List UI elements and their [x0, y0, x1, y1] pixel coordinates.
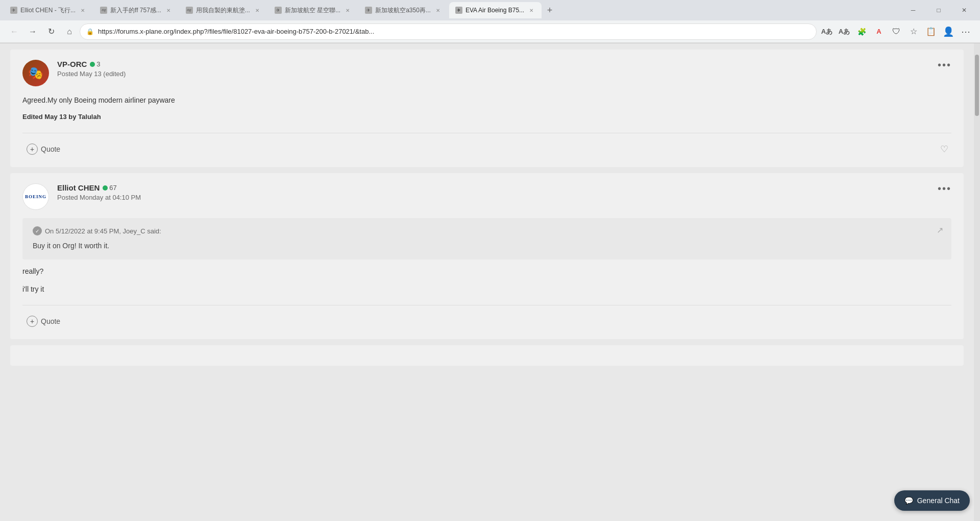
- quote-expand-icon[interactable]: ↗: [937, 225, 943, 235]
- read-aloud-icon[interactable]: Aあ: [819, 23, 835, 40]
- tab-3-favicon: 🛩: [186, 7, 193, 14]
- content-area: 🎭 VP-ORC 3 Posted May 13 (edited) •••: [0, 43, 974, 521]
- tab-4-favicon: ✈: [275, 7, 282, 14]
- collections-icon[interactable]: 📋: [923, 23, 939, 40]
- tab-1-favicon: ✈: [10, 7, 17, 14]
- forward-button[interactable]: →: [24, 23, 41, 40]
- post-2-footer: + Quote: [22, 305, 951, 329]
- post-2-avatar: BOEING: [22, 183, 49, 210]
- post-2-header: BOEING Elliot CHEN 67 Posted Monday at 0…: [22, 183, 951, 210]
- new-tab-button[interactable]: +: [543, 3, 557, 17]
- minimize-button[interactable]: ─: [901, 0, 925, 20]
- close-button[interactable]: ✕: [952, 0, 976, 20]
- post-2-reputation: 67: [103, 184, 116, 192]
- boeing-logo: BOEING: [23, 193, 48, 200]
- refresh-button[interactable]: ↻: [43, 23, 59, 40]
- post-2-options-button[interactable]: •••: [938, 183, 951, 194]
- tab-1-close[interactable]: ✕: [79, 6, 87, 14]
- tab-2[interactable]: 🛩 新入手的ff 757感... ✕: [94, 2, 179, 18]
- main-area: 🎭 VP-ORC 3 Posted May 13 (edited) •••: [0, 43, 980, 521]
- post-2-rep-count: 67: [109, 184, 116, 192]
- post-1: 🎭 VP-ORC 3 Posted May 13 (edited) •••: [10, 50, 964, 167]
- post-1-rep-dot: [90, 62, 95, 67]
- post-2-rep-dot: [103, 185, 108, 191]
- tab-5-favicon: ✈: [365, 7, 372, 14]
- quote-block: ✓ On 5/12/2022 at 9:45 PM, Joey_C said: …: [22, 218, 951, 259]
- post-1-like-icon: ♡: [940, 144, 948, 155]
- tab-4-label: 新加坡航空 星空聯...: [285, 6, 340, 15]
- immersive-reader-icon[interactable]: Aあ: [836, 23, 852, 40]
- tab-3-label: 用我自製的東航塗...: [196, 6, 250, 15]
- favorites-icon[interactable]: ☆: [905, 23, 922, 40]
- back-button[interactable]: ←: [6, 23, 22, 40]
- tab-3[interactable]: 🛩 用我自製的東航塗... ✕: [180, 2, 267, 18]
- post-1-header: 🎭 VP-ORC 3 Posted May 13 (edited) •••: [22, 60, 951, 86]
- browser-essentials-icon[interactable]: 🛡: [888, 23, 904, 40]
- tab-6[interactable]: ✈ EVA Air Boeing B75... ✕: [449, 2, 542, 18]
- profile-icon[interactable]: 👤: [940, 23, 957, 40]
- post-1-footer: + Quote ♡: [22, 133, 951, 157]
- post-2-timestamp: Posted Monday at 04:10 PM: [57, 194, 929, 201]
- post-1-text: Agreed.My only Boeing modern airliner pa…: [22, 94, 951, 106]
- extensions-icon[interactable]: 🧩: [853, 23, 870, 40]
- post-3-stub: [10, 345, 964, 366]
- post-1-quote-button[interactable]: + Quote: [22, 141, 64, 157]
- post-2-author-name: Elliot CHEN: [57, 183, 100, 192]
- general-chat-button[interactable]: 💬 General Chat: [894, 490, 970, 511]
- tab-6-label: EVA Air Boeing B75...: [465, 7, 524, 14]
- post-1-body: Agreed.My only Boeing modern airliner pa…: [22, 94, 951, 123]
- home-button[interactable]: ⌂: [61, 23, 78, 40]
- post-2-author: Elliot CHEN 67: [57, 183, 929, 192]
- tab-2-close[interactable]: ✕: [164, 6, 173, 14]
- tab-6-favicon: ✈: [455, 7, 462, 14]
- post-1-avatar: 🎭: [22, 60, 49, 86]
- post-2-quote-button[interactable]: + Quote: [22, 314, 64, 329]
- post-1-reputation: 3: [90, 60, 100, 68]
- post-1-edited-note: Edited May 13 by Talulah: [22, 112, 951, 123]
- post-1-like-button[interactable]: ♡: [937, 142, 951, 156]
- post-1-quote-plus-icon: +: [27, 144, 38, 155]
- toolbar: ← → ↻ ⌂ 🔒 https://forums.x-plane.org/ind…: [0, 20, 980, 43]
- tab-5[interactable]: ✈ 新加坡航空a350再... ✕: [359, 2, 448, 18]
- tab-1-label: Elliot CHEN - 飞行...: [20, 6, 76, 15]
- quote-attribution-text: On 5/12/2022 at 9:45 PM, Joey_C said:: [45, 227, 161, 235]
- page-content: 🎭 VP-ORC 3 Posted May 13 (edited) •••: [0, 43, 980, 521]
- tab-3-close[interactable]: ✕: [253, 6, 261, 14]
- tab-5-label: 新加坡航空a350再...: [375, 6, 431, 15]
- quote-attribution: ✓ On 5/12/2022 at 9:45 PM, Joey_C said:: [33, 226, 941, 235]
- post-2-quote-label: Quote: [41, 317, 60, 325]
- tab-2-label: 新入手的ff 757感...: [110, 6, 161, 15]
- tab-6-close[interactable]: ✕: [527, 6, 535, 14]
- post-1-quote-label: Quote: [41, 145, 60, 153]
- tab-4[interactable]: ✈ 新加坡航空 星空聯... ✕: [268, 2, 358, 18]
- general-chat-icon: 💬: [904, 496, 913, 505]
- scrollbar[interactable]: [974, 43, 980, 521]
- post-2-body: really? i'll try it: [22, 266, 951, 295]
- tab-2-favicon: 🛩: [100, 7, 107, 14]
- tab-4-close[interactable]: ✕: [344, 6, 352, 14]
- url-text: https://forums.x-plane.org/index.php?/fi…: [98, 28, 810, 35]
- post-1-author-name: VP-ORC: [57, 60, 87, 68]
- post-2-quote-plus-icon: +: [27, 316, 38, 327]
- lock-icon: 🔒: [86, 28, 94, 35]
- post-1-options-button[interactable]: •••: [938, 60, 951, 70]
- toolbar-icons: Aあ Aあ 🧩 A 🛡 ☆ 📋 👤 ⋯: [819, 23, 974, 40]
- post-1-rep-count: 3: [96, 60, 100, 68]
- post-1-author: VP-ORC 3: [57, 60, 929, 68]
- more-options-icon[interactable]: ⋯: [958, 23, 974, 40]
- post-2-meta: Elliot CHEN 67 Posted Monday at 04:10 PM: [57, 183, 929, 201]
- maximize-button[interactable]: □: [927, 0, 950, 20]
- window-controls: ─ □ ✕: [901, 0, 976, 20]
- adobe-icon[interactable]: A: [871, 23, 887, 40]
- scrollbar-thumb[interactable]: [975, 55, 979, 116]
- post-1-meta: VP-ORC 3 Posted May 13 (edited): [57, 60, 929, 78]
- post-1-timestamp: Posted May 13 (edited): [57, 70, 929, 78]
- address-bar[interactable]: 🔒 https://forums.x-plane.org/index.php?/…: [80, 23, 817, 40]
- tab-1[interactable]: ✈ Elliot CHEN - 飞行... ✕: [4, 2, 93, 18]
- post-2-text-2: i'll try it: [22, 283, 951, 295]
- browser-chrome: ✈ Elliot CHEN - 飞行... ✕ 🛩 新入手的ff 757感...…: [0, 0, 980, 43]
- post-2: BOEING Elliot CHEN 67 Posted Monday at 0…: [10, 173, 964, 339]
- tab-5-close[interactable]: ✕: [434, 6, 442, 14]
- quote-check-icon: ✓: [33, 226, 42, 235]
- quoted-text: Buy it on Org! It worth it.: [33, 241, 941, 251]
